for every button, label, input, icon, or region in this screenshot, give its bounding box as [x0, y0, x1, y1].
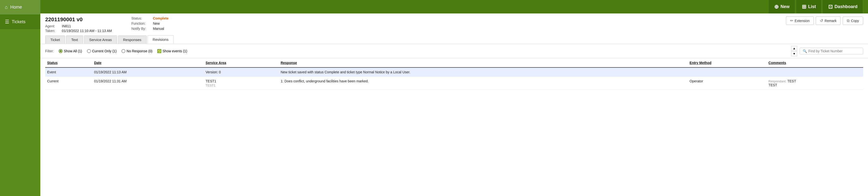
sidebar: ⌂ Home ☰ Tickets [0, 0, 40, 196]
main-content: ⊕ New ⊞ List ⊡ Dashboard 2201190001 v0 A… [40, 0, 868, 196]
search-icon: 🔍 [803, 49, 807, 53]
row1-response: New ticket saved with status Complete an… [279, 67, 687, 77]
row2-entry-method: Operator [688, 77, 767, 90]
current-only-radio[interactable] [87, 49, 91, 53]
ticket-meta: Agent: IN811 Taken: 01/19/2022 11:10 AM … [45, 24, 112, 33]
tab-revisions[interactable]: Revisions [148, 35, 174, 44]
extension-button[interactable]: ✏ Extension [786, 17, 814, 25]
respondant-name: TEST [787, 79, 796, 83]
remark-button[interactable]: ↺ Remark [816, 17, 841, 25]
topbar: ⊕ New ⊞ List ⊡ Dashboard [40, 0, 868, 13]
col-comments: Comments [767, 58, 863, 67]
agent-value: IN811 [62, 24, 71, 28]
right-controls: ▲ ▼ 🔍 [791, 46, 863, 56]
agent-row: Agent: IN811 [45, 24, 112, 28]
agent-label: Agent: [45, 24, 60, 28]
row1-service-area: Version: 0 [204, 67, 279, 77]
header-top: 2201190001 v0 Agent: IN811 Taken: 01/19/… [45, 17, 863, 33]
filter-show-all[interactable]: Show All (1) [59, 49, 82, 53]
respondant-label: Respondant: [769, 79, 786, 83]
table-header-row: Status Date Service Area Response Entry … [45, 58, 863, 67]
show-all-label: Show All (1) [64, 49, 82, 53]
row1-date: 01/19/2022 11:13 AM [92, 67, 204, 77]
row2-service-area-main: TEST1 [206, 79, 277, 83]
header-section: 2201190001 v0 Agent: IN811 Taken: 01/19/… [40, 13, 868, 44]
filter-section: Filter: Show All (1) Current Only (1) No… [45, 49, 187, 53]
tab-responses[interactable]: Responses [118, 35, 147, 44]
sidebar-item-home-label: Home [10, 5, 22, 10]
ticket-info: 2201190001 v0 Agent: IN811 Taken: 01/19/… [45, 17, 112, 33]
row1-comments [767, 67, 863, 77]
remark-icon: ↺ [820, 18, 823, 23]
taken-label: Taken: [45, 29, 60, 33]
no-response-radio[interactable] [121, 49, 125, 53]
arrow-down-button[interactable]: ▼ [791, 51, 797, 56]
taken-value: 01/19/2022 11:10 AM - 11:13 AM [62, 29, 112, 33]
respondant-value: TEST [769, 83, 777, 87]
tab-text[interactable]: Text [66, 35, 83, 44]
taken-row: Taken: 01/19/2022 11:10 AM - 11:13 AM [45, 29, 112, 33]
dashboard-label: Dashboard [835, 4, 858, 9]
dashboard-icon: ⊡ [828, 4, 833, 10]
status-info: Status: Complete Function: New Notify By… [131, 17, 168, 33]
home-icon: ⌂ [5, 4, 8, 10]
table-section: Status Date Service Area Response Entry … [40, 58, 868, 196]
col-status: Status [45, 58, 92, 67]
row2-comments: Respondant: TEST TEST [767, 77, 863, 90]
sidebar-item-tickets[interactable]: ☰ Tickets [0, 14, 40, 29]
copy-label: Copy [851, 19, 859, 23]
arrow-up-button[interactable]: ▲ [791, 46, 797, 51]
col-entry-method: Entry Method [688, 58, 767, 67]
nav-arrows: ▲ ▼ [791, 46, 797, 56]
copy-icon: ⧉ [847, 19, 849, 23]
function-value: New [153, 22, 160, 25]
extension-icon: ✏ [790, 18, 793, 23]
copy-button[interactable]: ⧉ Copy [843, 17, 863, 25]
row2-service-area: TEST1 TEST1 [204, 77, 279, 90]
show-events-label: Show events (1) [162, 49, 187, 53]
revisions-table: Status Date Service Area Response Entry … [45, 58, 863, 90]
ticket-search-box[interactable]: 🔍 [800, 48, 863, 55]
no-response-label: No Response (0) [127, 49, 153, 53]
notify-value: Manual [153, 27, 164, 31]
header-actions: ✏ Extension ↺ Remark ⧉ Copy [786, 17, 863, 25]
col-date: Date [92, 58, 204, 67]
row2-service-area-sub: TEST1 [206, 84, 277, 87]
search-input[interactable] [808, 49, 860, 53]
row2-status: Current [45, 77, 92, 90]
col-service-area: Service Area [204, 58, 279, 67]
notify-row: Notify By: Manual [131, 27, 168, 31]
filter-label: Filter: [45, 49, 54, 53]
tab-service-areas[interactable]: Service Areas [84, 35, 117, 44]
sidebar-item-home[interactable]: ⌂ Home [0, 0, 40, 14]
new-icon: ⊕ [774, 4, 779, 10]
filter-no-response[interactable]: No Response (0) [121, 49, 153, 53]
row2-response: 1: Does conflict, underground facilities… [279, 77, 687, 90]
status-value: Complete [153, 17, 168, 20]
notify-label: Notify By: [131, 27, 151, 31]
list-icon: ⊞ [802, 4, 806, 10]
col-response: Response [279, 58, 687, 67]
function-row: Function: New [131, 22, 168, 25]
filter-current-only[interactable]: Current Only (1) [87, 49, 117, 53]
list-button[interactable]: ⊞ List [797, 0, 822, 13]
list-label: List [808, 4, 816, 9]
extension-label: Extension [795, 19, 810, 23]
row1-status: Event [45, 67, 92, 77]
new-button[interactable]: ⊕ New [769, 0, 795, 13]
status-label: Status: [131, 17, 151, 20]
remark-label: Remark [825, 19, 836, 23]
ticket-number: 2201190001 v0 [45, 17, 112, 23]
dashboard-button[interactable]: ⊡ Dashboard [823, 0, 863, 13]
show-events-checkbox[interactable]: ✓ [157, 49, 161, 53]
row1-entry-method [688, 67, 767, 77]
tabs-row: Ticket Text Service Areas Responses Revi… [45, 35, 863, 44]
show-all-radio[interactable] [59, 49, 63, 53]
table-row: Current 01/19/2022 11:31 AM TEST1 TEST1 … [45, 77, 863, 90]
table-row: Event 01/19/2022 11:13 AM Version: 0 New… [45, 67, 863, 77]
show-events-option[interactable]: ✓ Show events (1) [157, 49, 187, 53]
status-row: Status: Complete [131, 17, 168, 20]
tab-ticket[interactable]: Ticket [45, 35, 65, 44]
toolbar-area: Filter: Show All (1) Current Only (1) No… [40, 44, 868, 58]
tickets-icon: ☰ [5, 19, 9, 25]
